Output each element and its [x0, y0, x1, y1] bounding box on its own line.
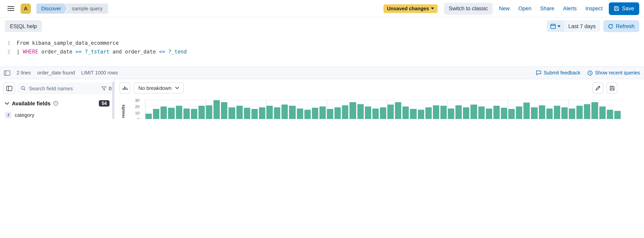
show-recent-queries-link[interactable]: Show recent queries: [588, 70, 640, 76]
histogram-bar[interactable]: [463, 107, 470, 119]
histogram-bar[interactable]: [297, 108, 303, 119]
histogram-bar[interactable]: [168, 108, 174, 119]
histogram-bar[interactable]: [486, 108, 492, 119]
histogram-bar[interactable]: [508, 109, 515, 119]
breakdown-select[interactable]: No breakdown: [134, 82, 184, 93]
histogram-bar[interactable]: [448, 108, 454, 119]
save-icon: [610, 85, 614, 90]
histogram-bar[interactable]: [191, 109, 197, 119]
histogram-bar[interactable]: [214, 100, 220, 119]
top-link-new[interactable]: New: [499, 6, 510, 12]
collapse-sidebar-button[interactable]: [3, 82, 15, 94]
help-icon[interactable]: ?: [53, 101, 58, 106]
histogram-bar[interactable]: [206, 105, 212, 119]
histogram-bar[interactable]: [592, 102, 598, 119]
field-item-category[interactable]: tcategory: [3, 110, 111, 119]
histogram-bar[interactable]: [562, 107, 568, 119]
top-link-share[interactable]: Share: [540, 6, 554, 12]
histogram-bar[interactable]: [576, 106, 583, 119]
breadcrumb-discover[interactable]: Discover: [36, 3, 68, 14]
histogram-bar[interactable]: [327, 109, 333, 119]
field-search-box[interactable]: 0: [18, 82, 115, 94]
unsaved-changes-badge[interactable]: Unsaved changes: [384, 4, 438, 13]
histogram-bar[interactable]: [403, 106, 409, 119]
histogram-bar[interactable]: [266, 106, 273, 119]
space-avatar[interactable]: A: [20, 3, 31, 14]
histogram-bar[interactable]: [236, 106, 242, 119]
edit-visualization-button[interactable]: [592, 82, 603, 93]
submit-feedback-link[interactable]: Submit feedback: [536, 70, 580, 76]
histogram-bar[interactable]: [198, 106, 205, 119]
histogram-bar[interactable]: [599, 106, 606, 119]
filter-icon[interactable]: [102, 86, 106, 90]
histogram-bar[interactable]: [320, 106, 326, 119]
histogram-bar[interactable]: [259, 107, 265, 119]
top-link-inspect[interactable]: Inspect: [585, 6, 602, 12]
histogram-bar[interactable]: [146, 113, 152, 119]
histogram-bar[interactable]: [312, 108, 318, 119]
histogram-bar[interactable]: [342, 105, 348, 119]
histogram-bar[interactable]: [410, 109, 416, 119]
search-field-names-input[interactable]: [28, 85, 99, 92]
histogram-bar[interactable]: [372, 108, 379, 119]
hamburger-icon: [7, 6, 14, 11]
breadcrumb-sample-query[interactable]: sample query: [65, 3, 108, 14]
histogram-bar[interactable]: [365, 106, 371, 119]
esql-help-button[interactable]: ES|QL help: [5, 20, 42, 32]
histogram-bar[interactable]: [289, 106, 296, 119]
histogram-bar[interactable]: [395, 102, 401, 119]
histogram-bar[interactable]: [161, 106, 167, 119]
histogram-bar[interactable]: [584, 104, 590, 119]
histogram-bar[interactable]: [274, 107, 280, 119]
histogram-bar[interactable]: [494, 106, 500, 119]
histogram-bar[interactable]: [433, 105, 439, 119]
top-link-open[interactable]: Open: [518, 6, 531, 12]
histogram-bar[interactable]: [357, 104, 364, 119]
histogram-bar[interactable]: [516, 106, 522, 119]
histogram-bar[interactable]: [229, 107, 235, 119]
save-visualization-button[interactable]: [606, 82, 618, 93]
menu-toggle-button[interactable]: [5, 3, 16, 15]
histogram-bar[interactable]: [456, 105, 462, 119]
histogram-bar[interactable]: [425, 107, 432, 119]
field-count-badge: 54: [99, 100, 110, 106]
histogram-bar[interactable]: [418, 110, 424, 119]
save-button[interactable]: Save: [609, 2, 639, 15]
histogram-bar[interactable]: [531, 107, 538, 119]
histogram-bar[interactable]: [388, 104, 394, 119]
histogram-bar[interactable]: [554, 106, 560, 119]
histogram-bar[interactable]: [478, 106, 484, 119]
histogram-bar[interactable]: [539, 105, 545, 119]
histogram-bar[interactable]: [569, 108, 575, 119]
histogram-bar[interactable]: [334, 107, 341, 119]
histogram-bar[interactable]: [304, 110, 310, 119]
switch-to-classic-button[interactable]: Switch to classic: [444, 3, 492, 15]
editor-code-line[interactable]: | WHERE order_date >= ?_tstart and order…: [10, 48, 187, 56]
histogram-bar[interactable]: [252, 109, 258, 119]
available-fields-header[interactable]: Available fields ? 54: [5, 100, 110, 106]
histogram-bar[interactable]: [221, 102, 228, 119]
histogram-bar[interactable]: [282, 104, 288, 119]
refresh-button[interactable]: Refresh: [603, 20, 639, 32]
esql-editor[interactable]: 1From kibana_sample_data_ecommerce2| WHE…: [0, 35, 644, 67]
histogram-bar[interactable]: [614, 111, 621, 119]
histogram-bar[interactable]: [471, 104, 477, 119]
sidebar-scrollbar[interactable]: [112, 82, 114, 119]
top-link-alerts[interactable]: Alerts: [563, 6, 576, 12]
histogram-bar[interactable]: [183, 108, 190, 119]
histogram-bar[interactable]: [501, 108, 507, 119]
histogram-bar[interactable]: [176, 106, 182, 119]
histogram-bar[interactable]: [546, 108, 552, 119]
histogram-bar[interactable]: [350, 102, 356, 119]
histogram-bar[interactable]: [244, 108, 250, 119]
histogram-bar[interactable]: [607, 110, 613, 119]
histogram-bar[interactable]: [380, 107, 386, 119]
date-range-button[interactable]: Last 7 days: [564, 20, 600, 32]
histogram-bar[interactable]: [524, 103, 530, 119]
chart-options-button[interactable]: [120, 82, 130, 93]
y-tick-label: 0: [137, 117, 140, 119]
histogram-bar[interactable]: [153, 109, 159, 119]
editor-code-line[interactable]: From kibana_sample_data_ecommerce: [10, 39, 119, 48]
date-quick-select-button[interactable]: [546, 20, 564, 32]
histogram-bar[interactable]: [440, 106, 447, 119]
